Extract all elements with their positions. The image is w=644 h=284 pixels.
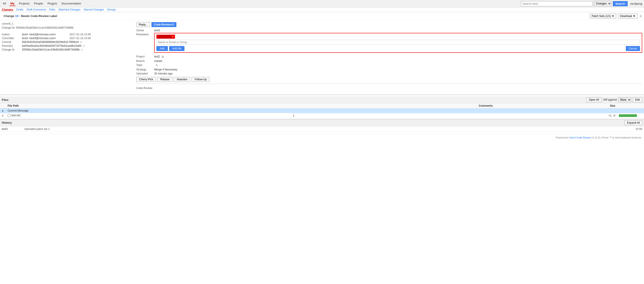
sub-nav: Changes Drafts Draft Comments Edits Watc… xyxy=(0,7,644,12)
nav-tab-projects[interactable]: Projects xyxy=(18,1,30,6)
edit-link-button[interactable]: Edit xyxy=(632,97,642,102)
commit-details: Author test3 <test3@microwu.com> 2017-01… xyxy=(2,33,132,51)
change-header-row: Change 19 - Needs Code-Review Label Patc… xyxy=(0,12,644,20)
file-checkbox-2[interactable] xyxy=(8,114,10,117)
change-id-detail-label: Change-Id xyxy=(2,48,22,51)
change-header: Change 19 - Needs Code-Review Label xyxy=(2,13,59,19)
change-number[interactable]: 19 xyxy=(15,14,18,18)
search-type-select[interactable]: Changes xyxy=(594,1,612,6)
project-row: Project test2 ⚙ xyxy=(136,55,642,59)
nav-tab-all[interactable]: All xyxy=(2,1,7,6)
diff-against-label: Diff against: xyxy=(603,98,617,101)
file-bar-1 xyxy=(617,113,644,118)
search-button[interactable]: Search xyxy=(613,1,628,6)
add-reviewer-button[interactable]: Add xyxy=(156,46,168,51)
edit-topic-icon[interactable]: ✎ xyxy=(156,63,158,67)
cherry-pick-button[interactable]: Cherry Pick xyxy=(136,77,156,82)
nav-tab-documentation[interactable]: Documentation xyxy=(61,1,82,6)
reviewer-actions: Add Add Me Cancel xyxy=(156,46,640,51)
left-panel: commit_1 Change-Id: I0508dc26ab63b411cec… xyxy=(2,22,132,91)
author-value[interactable]: test3 <test3@microwu.com> xyxy=(22,33,56,36)
close-icon[interactable]: ✕ xyxy=(639,14,642,18)
col-bar xyxy=(617,103,644,109)
sub-nav-watched-changes[interactable]: Watched Changes xyxy=(58,8,80,11)
branch-label: Branch xyxy=(136,59,154,63)
uploaded-row: Uploaded 20 minutes ago xyxy=(136,72,642,75)
copy-parents-icon[interactable]: ⧉ xyxy=(83,44,85,47)
file-size-1: +1, -0 xyxy=(494,113,617,118)
reviewer-name xyxy=(158,35,171,38)
reviewer-tags: × xyxy=(156,35,640,39)
code-review-button[interactable]: Code-Review+2 xyxy=(152,22,176,27)
download-button[interactable]: Download ▼ xyxy=(618,14,638,18)
right-panel: Reply... Code-Review+2 Owner test3 Revie… xyxy=(136,22,642,91)
history-title: History xyxy=(2,121,12,124)
history-section: History Expand All test3 Uploaded patch … xyxy=(0,119,644,132)
top-right-actions: Patch Sets (1/1) ▼ Download ▼ ✕ xyxy=(590,14,642,18)
table-row[interactable]: A test.md 1 +1, -0 xyxy=(0,113,644,118)
sub-nav-drafts[interactable]: Drafts xyxy=(16,8,24,11)
uploaded-label: Uploaded xyxy=(136,72,154,75)
nav-tab-people[interactable]: People xyxy=(33,1,44,6)
owner-value[interactable]: test3 xyxy=(154,29,160,32)
nav-tab-plugins[interactable]: Plugins xyxy=(46,1,58,6)
patch-sets-button[interactable]: Patch Sets (1/1) ▼ xyxy=(590,14,616,18)
add-me-button[interactable]: Add Me xyxy=(169,46,184,51)
strategy-row: Strategy Merge if Necessary xyxy=(136,68,642,71)
files-section: Files Open All Diff against: Base Edit F… xyxy=(0,95,644,118)
topic-row: Topic ✎ xyxy=(136,63,642,67)
col-checkbox xyxy=(0,103,6,109)
committer-row: Committer test3 <test3@microwu.com> 2017… xyxy=(2,37,132,40)
gear-icon[interactable]: ⚙ xyxy=(161,55,164,59)
expand-all-button[interactable]: Expand All xyxy=(624,120,642,125)
branch-row: Branch master xyxy=(136,59,642,63)
project-value[interactable]: test2 xyxy=(154,55,160,58)
reply-button[interactable]: Reply... xyxy=(136,22,150,27)
search-input[interactable] xyxy=(521,1,592,6)
owner-label: Owner xyxy=(136,29,154,32)
diff-base-select[interactable]: Base xyxy=(618,97,631,102)
search-area: Changes Search xw.lipeng xyxy=(521,1,642,6)
open-all-button[interactable]: Open All xyxy=(586,97,602,102)
cancel-reviewer-button[interactable]: Cancel xyxy=(626,46,640,51)
nav-tab-my[interactable]: My xyxy=(10,1,15,6)
sub-nav-starred-changes[interactable]: Starred Changes xyxy=(84,8,104,11)
sub-nav-edits[interactable]: Edits xyxy=(49,8,55,11)
reviewers-row: Reviewers × Add Add Me Cancel xyxy=(136,33,642,54)
main-nav-tabs: All My Projects People Plugins Documenta… xyxy=(2,1,82,6)
remove-reviewer-icon[interactable]: × xyxy=(172,35,174,38)
rebase-button[interactable]: Rebase xyxy=(157,77,172,82)
change-actions: Cherry Pick Rebase Abandon Follow-Up xyxy=(136,77,642,82)
file-path-testmd[interactable]: test.md xyxy=(6,113,291,118)
commit-line: commit_1 xyxy=(2,22,132,25)
files-title: Files xyxy=(2,98,8,102)
gerrit-link[interactable]: Gerrit Code Review xyxy=(570,136,591,139)
file-comments-1: 1 xyxy=(291,113,494,118)
change-suffix: - Needs Code-Review Label xyxy=(18,14,57,18)
history-row: test3 Uploaded patch set 1. 15:59 xyxy=(0,126,644,132)
commit-row: Commit 85835402629a03608880bfe362fde6417… xyxy=(2,40,132,44)
footer-suffix: (2.13.5) | Press '?' to view keyboard sh… xyxy=(591,136,641,139)
sub-nav-draft-comments[interactable]: Draft Comments xyxy=(27,8,46,11)
row-expand-icon: ► xyxy=(0,109,6,113)
copy-commit-icon[interactable]: ⧉ xyxy=(80,41,82,44)
change-id-detail-row: Change-Id I0508dc26ab63b411cec438d92df2c… xyxy=(2,48,132,51)
strategy-label: Strategy xyxy=(136,68,154,71)
sub-nav-groups[interactable]: Groups xyxy=(107,8,116,11)
uploaded-value: 20 minutes ago xyxy=(154,72,172,75)
change-prefix: Change xyxy=(4,14,15,18)
parents-row: Parent(s) bd44ae8ea0ac9d34b8a92672670bd3… xyxy=(2,44,132,47)
file-table: File Path Comments Size ► Commit Message… xyxy=(0,103,644,118)
abandon-button[interactable]: Abandon xyxy=(174,77,190,82)
committer-value[interactable]: test3 <test3@microwu.com> xyxy=(22,37,56,40)
sub-nav-changes[interactable]: Changes xyxy=(2,8,13,11)
change-id-detail-value: I0508dc26ab63b411cec438d92df2c8df673496f… xyxy=(22,48,80,51)
copy-changeid-icon[interactable]: ⧉ xyxy=(81,48,83,51)
footer: Powered by Gerrit Code Review (2.13.5) |… xyxy=(0,134,644,141)
branch-value[interactable]: master xyxy=(154,59,162,63)
file-path-commit[interactable]: Commit Message xyxy=(6,109,291,113)
reviewers-label: Reviewers xyxy=(136,33,154,36)
follow-up-button[interactable]: Follow-Up xyxy=(192,77,210,82)
table-row[interactable]: ► Commit Message xyxy=(0,109,644,113)
reviewer-input[interactable] xyxy=(156,40,640,45)
